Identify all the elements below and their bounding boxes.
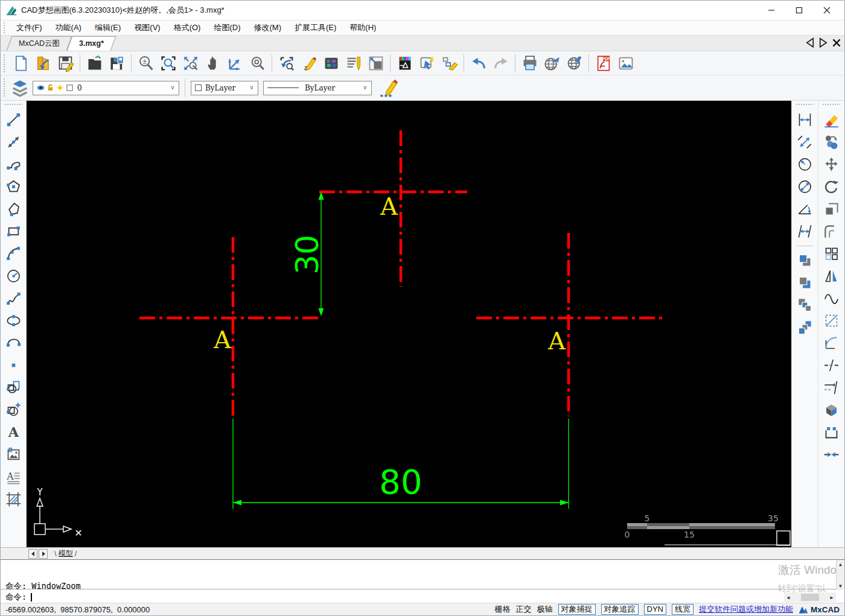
toolbar-undo-button[interactable] <box>467 52 489 74</box>
status-toggle-grid[interactable]: 栅格 <box>495 604 511 615</box>
dim-dim-radius-button[interactable] <box>794 153 815 176</box>
toolbar-color-toolbar-button[interactable] <box>394 52 416 74</box>
modify-offset-button[interactable] <box>820 220 842 243</box>
tab-close-button[interactable] <box>832 38 841 48</box>
menu-item-view[interactable]: 视图(V) <box>127 21 167 35</box>
layout-scroll-right-button[interactable] <box>39 549 48 559</box>
scroll-down-icon[interactable]: ▼ <box>837 582 844 589</box>
tab-scroll-left-button[interactable] <box>806 38 814 48</box>
modify-curve-button[interactable] <box>820 287 842 310</box>
toolbar-open-drawing-button[interactable] <box>32 52 54 74</box>
draw-circle-button[interactable] <box>2 265 24 287</box>
command-horizontal-scrollbar[interactable]: ◀ ▶ <box>784 592 836 602</box>
menu-item-draw[interactable]: 绘图(D) <box>207 21 247 35</box>
modify-break-button[interactable] <box>820 354 842 376</box>
toolbar-grip[interactable] <box>822 103 840 106</box>
status-toggle-ortho[interactable]: 正交 <box>516 604 532 615</box>
draw-point-button[interactable] <box>2 354 24 376</box>
chevron-down-icon[interactable]: ˅ <box>168 84 177 91</box>
dim-dim-diameter-button[interactable] <box>794 176 815 198</box>
draw-create-block-button[interactable] <box>2 399 24 421</box>
status-toggle-lineweight[interactable]: 线宽 <box>672 604 694 615</box>
modify-erase-button[interactable] <box>820 109 842 131</box>
draw-xline-button[interactable] <box>2 131 24 153</box>
menu-item-modify[interactable]: 修改(M) <box>247 21 288 35</box>
status-toggle-polar[interactable]: 极轴 <box>537 604 553 615</box>
menu-item-edit[interactable]: 编辑(E) <box>88 21 127 35</box>
toolbar-zoom-dynamic-button[interactable]: ± <box>135 52 157 74</box>
toolbar-insert-image-button[interactable] <box>614 52 637 74</box>
modify-fillet-button[interactable] <box>820 332 842 354</box>
status-toggle-osnap[interactable]: 对象捕捉 <box>558 604 596 615</box>
toolbar-zoom-extents-button[interactable] <box>179 52 202 74</box>
drawing-canvas[interactable]: A A A 30 80 <box>27 101 791 547</box>
draw-polygon-button[interactable] <box>2 176 24 198</box>
minimize-button[interactable] <box>757 1 785 19</box>
scroll-up-icon[interactable]: ▲ <box>837 560 844 568</box>
modify-rotate-button[interactable] <box>820 176 842 198</box>
toolbar-web-open-button[interactable] <box>563 52 585 74</box>
toolbar-redo-button[interactable] <box>489 52 512 74</box>
draw-polygon-irregular-button[interactable] <box>2 198 24 220</box>
toolbar-quick-select-button[interactable] <box>416 52 438 74</box>
menu-item-format[interactable]: 格式(O) <box>167 21 208 35</box>
draw-text-button[interactable]: A <box>2 421 24 443</box>
close-button[interactable] <box>813 1 841 19</box>
toolbar-zoom-center-button[interactable] <box>246 52 269 74</box>
draw-ellipse-button[interactable] <box>2 310 24 332</box>
modify-move-button[interactable] <box>820 153 842 176</box>
modify-edit-polyline-button[interactable] <box>820 421 842 443</box>
color-select[interactable]: ByLayer ˅ <box>191 81 258 95</box>
tab-model[interactable]: \ 模型 / <box>53 548 78 559</box>
toolbar-purge-button[interactable] <box>438 52 461 74</box>
modify-array-button[interactable] <box>820 243 842 265</box>
toolbar-sketch-button[interactable]: z <box>298 52 320 74</box>
toolbar-new-file-button[interactable] <box>10 52 32 74</box>
status-toggle-otrack[interactable]: 对象追踪 <box>601 604 639 615</box>
toolbar-zoom-scale-button[interactable] <box>224 52 246 74</box>
toolbar-print-button[interactable] <box>518 52 541 74</box>
menu-item-function[interactable]: 功能(A) <box>49 21 88 35</box>
dim-dim-aligned-button[interactable] <box>794 131 815 153</box>
scrollbar-thumb[interactable] <box>801 594 819 601</box>
draw-color-pencil-icon[interactable] <box>378 78 398 98</box>
toolbar-zoom-window-button[interactable] <box>157 52 179 74</box>
chevron-down-icon[interactable]: ˅ <box>247 84 257 91</box>
linetype-select[interactable]: ByLayer ˅ <box>263 81 372 95</box>
modify-scale-button[interactable] <box>820 198 842 220</box>
tab-drawing-3[interactable]: 3.mxg* <box>69 36 113 51</box>
toolbar-grip[interactable] <box>796 103 814 106</box>
layers-icon[interactable] <box>10 78 30 98</box>
scroll-right-icon[interactable]: ▶ <box>828 594 835 601</box>
dim-draworder-front-button[interactable] <box>794 249 815 271</box>
menu-item-express-tools[interactable]: 扩展工具(E) <box>288 21 343 35</box>
command-vertical-scrollbar[interactable]: ▲ ▼ <box>836 560 844 590</box>
dim-dim-continue-button[interactable] <box>794 220 815 243</box>
feedback-link[interactable]: 提交软件问题或增加新功能 <box>699 604 793 615</box>
layer-select[interactable]: 0 ˅ <box>33 81 179 95</box>
toolbar-pan-button[interactable] <box>202 52 224 74</box>
dim-dim-linear-button[interactable] <box>794 109 815 131</box>
toolbar-text-style-button[interactable] <box>342 52 365 74</box>
draw-rectangle-button[interactable] <box>2 220 24 243</box>
draw-spline-button[interactable] <box>2 287 24 310</box>
modify-mirror-button[interactable] <box>820 265 842 287</box>
toolbar-view-back-button[interactable] <box>275 52 298 74</box>
menu-item-help[interactable]: 帮助(H) <box>343 21 383 35</box>
modify-join-button[interactable] <box>820 443 842 466</box>
draw-polyline-button[interactable] <box>2 153 24 176</box>
modify-trim-button[interactable] <box>820 376 842 399</box>
draw-image-button[interactable] <box>2 443 24 466</box>
draw-elliptical-arc-button[interactable] <box>2 332 24 354</box>
toolbar-viewport-button[interactable] <box>365 52 387 74</box>
dim-draworder-back-button[interactable] <box>794 271 815 294</box>
status-toggle-dyn[interactable]: DYN <box>644 604 666 615</box>
toolbar-palette-button[interactable] <box>320 52 342 74</box>
draw-arc-button[interactable] <box>2 243 24 265</box>
menu-item-file[interactable]: 文件(F) <box>10 21 49 35</box>
scroll-left-icon[interactable]: ◀ <box>785 594 792 601</box>
command-window[interactable]: 命令: WindowZoom 点取缩放区域: 命令: ▲ ▼ ◀ ▶ 激活 Wi… <box>1 559 844 603</box>
toolbar-grip[interactable] <box>4 103 22 106</box>
layout-scroll-left-button[interactable] <box>28 549 37 559</box>
tab-scroll-right-button[interactable] <box>819 38 827 48</box>
